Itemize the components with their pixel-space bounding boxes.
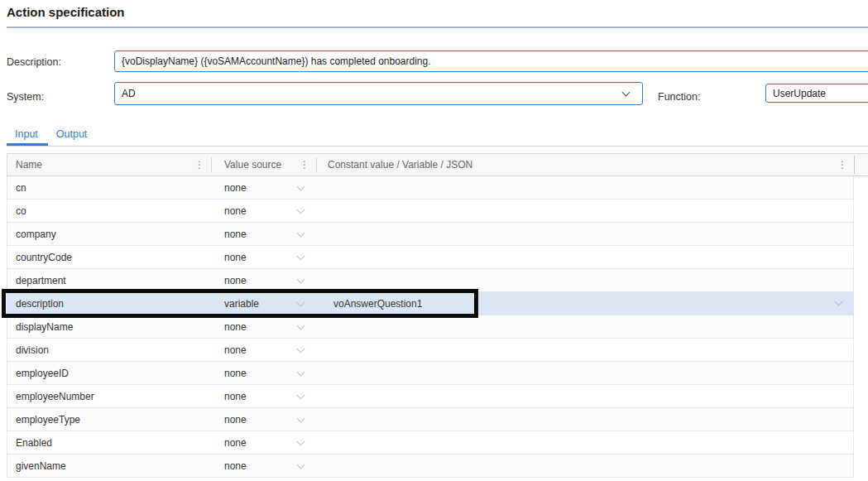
- kebab-menu-icon[interactable]: ⋮: [831, 160, 854, 170]
- column-header-constant: Constant value / Variable / JSON ⋮: [317, 154, 854, 176]
- cell-value-source[interactable]: none: [211, 344, 285, 356]
- cell-value-source[interactable]: none: [211, 437, 285, 449]
- column-header-value-source-label: Value source: [224, 159, 281, 171]
- cell-name: description: [7, 298, 211, 310]
- table-row[interactable]: description variable voAnswerQuestion1: [7, 292, 853, 315]
- cell-name: givenName: [7, 460, 211, 472]
- chevron-down-icon[interactable]: [296, 182, 305, 190]
- grid-header: Name ⋮ Value source ⋮ Constant value / V…: [7, 153, 868, 176]
- chevron-down-icon[interactable]: [296, 321, 305, 329]
- table-row[interactable]: givenName none: [7, 455, 853, 478]
- header-filler: [855, 154, 868, 176]
- cell-name: Enabled: [7, 437, 211, 449]
- chevron-down-icon[interactable]: [296, 368, 305, 376]
- tab-input[interactable]: Input: [7, 124, 48, 146]
- table-row[interactable]: Enabled none: [7, 431, 853, 455]
- value-source-dropdown[interactable]: [285, 349, 315, 352]
- kebab-menu-icon[interactable]: ⋮: [293, 160, 316, 170]
- value-source-dropdown[interactable]: [285, 256, 315, 259]
- cell-constant: voAnswerQuestion1: [315, 298, 853, 310]
- cell-name: countryCode: [7, 252, 211, 263]
- cell-name: employeeNumber: [7, 391, 211, 402]
- column-header-name-label: Name: [16, 159, 42, 171]
- cell-value-source[interactable]: none: [211, 368, 285, 379]
- table-row[interactable]: displayName none: [7, 315, 853, 339]
- chevron-down-icon[interactable]: [296, 298, 305, 306]
- table-row[interactable]: cn none: [7, 176, 853, 200]
- table-row[interactable]: employeeNumber none: [7, 385, 853, 408]
- table-row[interactable]: co none: [7, 200, 853, 223]
- value-source-dropdown[interactable]: [285, 418, 315, 421]
- table-row[interactable]: department none: [7, 269, 853, 292]
- cell-value-source[interactable]: none: [211, 182, 285, 194]
- value-source-dropdown[interactable]: [285, 464, 315, 468]
- chevron-down-icon[interactable]: [296, 437, 305, 445]
- cell-name: displayName: [7, 321, 211, 333]
- input-parameters-grid: Name ⋮ Value source ⋮ Constant value / V…: [7, 153, 868, 478]
- cell-value-source[interactable]: none: [211, 460, 285, 472]
- table-row[interactable]: employeeID none: [7, 362, 853, 385]
- cell-name: employeeID: [7, 368, 211, 379]
- description-label: Description:: [7, 56, 61, 68]
- chevron-down-icon[interactable]: [296, 275, 305, 283]
- chevron-down-icon[interactable]: [622, 89, 631, 97]
- system-select[interactable]: AD: [114, 82, 643, 105]
- chevron-down-icon[interactable]: [296, 414, 305, 422]
- cell-name: company: [7, 228, 211, 240]
- chevron-down-icon[interactable]: [296, 205, 305, 214]
- table-row[interactable]: employeeType none: [7, 408, 853, 431]
- cell-value-source[interactable]: none: [211, 252, 285, 263]
- table-row[interactable]: division none: [7, 339, 853, 362]
- chevron-down-icon[interactable]: [296, 391, 305, 399]
- function-input[interactable]: [765, 84, 868, 103]
- tab-bar: Input Output: [7, 124, 868, 147]
- value-source-dropdown[interactable]: [285, 441, 315, 445]
- value-source-dropdown[interactable]: [285, 395, 315, 398]
- page-title: Action specification: [7, 5, 125, 19]
- chevron-down-icon[interactable]: [296, 252, 305, 260]
- cell-value-source[interactable]: none: [211, 205, 285, 217]
- tab-output[interactable]: Output: [48, 124, 98, 146]
- system-label: System:: [7, 91, 44, 103]
- cell-name: employeeType: [7, 414, 211, 426]
- cell-value-source[interactable]: none: [211, 275, 285, 286]
- action-specification-page: Action specification Description: System…: [0, 0, 868, 481]
- table-row[interactable]: countryCode none: [7, 246, 853, 269]
- cell-name: department: [7, 275, 211, 286]
- chevron-down-icon[interactable]: [296, 460, 305, 469]
- cell-value-source[interactable]: none: [211, 228, 285, 240]
- cell-name: cn: [7, 182, 211, 194]
- function-label: Function:: [658, 91, 700, 103]
- system-select-value: AD: [122, 88, 136, 99]
- value-source-dropdown[interactable]: [285, 186, 315, 190]
- cell-name: co: [7, 205, 211, 217]
- value-source-dropdown[interactable]: [285, 233, 315, 236]
- value-source-dropdown[interactable]: [285, 209, 315, 213]
- column-header-name: Name ⋮: [7, 154, 211, 176]
- chevron-down-icon[interactable]: [296, 228, 305, 237]
- column-header-constant-label: Constant value / Variable / JSON: [328, 159, 472, 171]
- cell-value-source[interactable]: none: [211, 391, 285, 402]
- value-source-dropdown[interactable]: [285, 279, 315, 282]
- table-body: cn none co none company none countryCode…: [7, 176, 854, 478]
- chevron-down-icon[interactable]: [296, 344, 305, 353]
- kebab-menu-icon[interactable]: ⋮: [188, 160, 211, 170]
- column-header-value-source: Value source ⋮: [212, 154, 316, 176]
- cell-value-source[interactable]: variable: [211, 298, 285, 310]
- cell-value-source[interactable]: none: [211, 414, 285, 426]
- value-source-dropdown[interactable]: [285, 302, 315, 305]
- title-divider: [7, 26, 868, 28]
- table-row[interactable]: company none: [7, 223, 853, 246]
- description-input[interactable]: [114, 51, 868, 72]
- value-source-dropdown[interactable]: [285, 372, 315, 375]
- cell-value-source[interactable]: none: [211, 321, 285, 333]
- cell-name: division: [7, 344, 211, 356]
- value-source-dropdown[interactable]: [285, 325, 315, 329]
